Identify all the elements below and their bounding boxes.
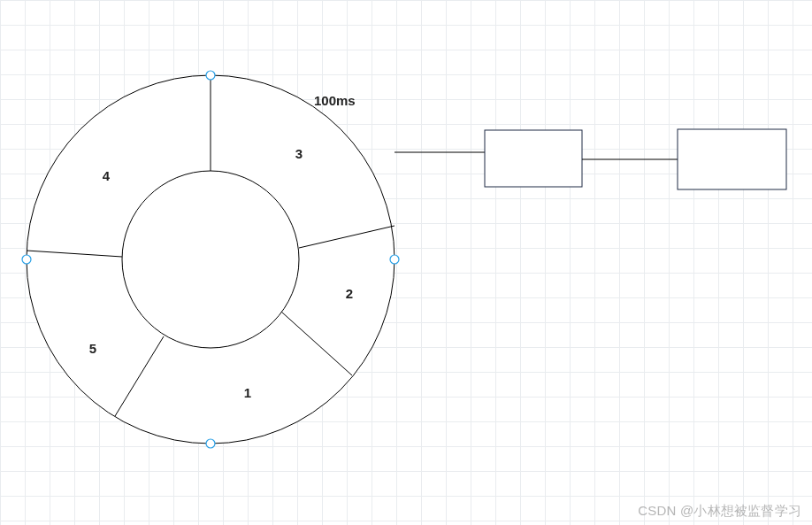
box-1[interactable]: [485, 130, 582, 187]
sector-label-5: 5: [89, 341, 96, 356]
selection-handle-w[interactable]: [22, 255, 31, 264]
sector-label-2: 2: [346, 286, 353, 301]
box-2[interactable]: [678, 129, 786, 189]
selection-handle-e[interactable]: [390, 255, 399, 264]
svg-point-1: [122, 171, 299, 348]
sector-label-3: 3: [295, 146, 303, 161]
ring-shape[interactable]: [27, 75, 395, 444]
time-annotation: 100ms: [314, 93, 356, 108]
diagram-canvas: 3 2 1 5 4 100ms: [0, 0, 812, 525]
selection-handle-n[interactable]: [206, 71, 215, 80]
selection-handle-s[interactable]: [206, 439, 215, 448]
sector-label-1: 1: [244, 385, 251, 400]
watermark: CSDN @小林想被监督学习: [638, 503, 801, 520]
sector-label-4: 4: [103, 168, 111, 183]
